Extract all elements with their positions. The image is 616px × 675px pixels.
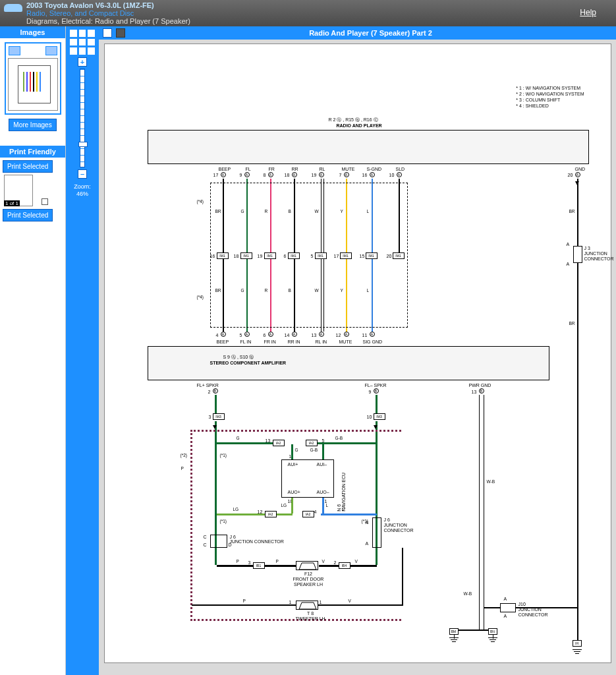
pn: 12 [258,510,263,514]
help-link[interactable]: Help [580,8,596,17]
wc: G [241,288,244,293]
wire [484,607,500,608]
note: (*1) [220,453,227,457]
shield-box [210,183,408,328]
sig: RL IN [316,339,327,344]
nav-pin: AUI+ [288,462,298,467]
pn: 5 [311,254,314,258]
diagram-viewer[interactable]: * 1 : W/ NAVIGATION SYSTEM* 2 : W/O NAVI… [99,40,616,675]
amp-out-pg: PWR GND [469,383,491,388]
lt: A [366,541,369,546]
pn: 19 [258,254,263,258]
wire [402,548,403,606]
lt: D [229,543,232,547]
wc: BR [215,288,221,293]
radio-ref: R 2 Ⓐ , R15 Ⓑ , R16 Ⓒ [329,117,378,123]
pin-circle: A [292,172,297,177]
amp-label: STEREO COMPONENT AMPLIFIER [210,361,287,365]
wire [479,395,480,606]
zoom-out-button[interactable]: – [78,169,87,179]
zoom-pan-pad[interactable] [69,29,96,55]
tool-save-icon[interactable] [116,28,125,38]
pn: 13 [312,333,317,338]
pin-circle: A [292,332,297,337]
pin-circle: A [319,332,324,337]
pin-circle: A [268,172,273,177]
wc: G-B [310,448,318,452]
zoom-handle[interactable] [78,142,88,147]
print-selected-top-button[interactable]: Print Selected [3,160,53,173]
im3: IM3 [374,413,385,420]
speaker-tweeter [296,601,318,610]
sig-rr: RR [292,167,298,171]
im1: IM1 [217,252,229,259]
im1: IM1 [366,252,378,259]
sig-sgnd: S-GND [367,167,382,171]
thumbnail-image[interactable] [8,58,58,111]
wire [318,604,403,606]
radio-block [148,130,589,164]
main-panel: Radio And Player (7 Speaker) Part 2 * 1 … [99,26,616,675]
pn: 3 [248,560,251,565]
pn: 6 [284,254,287,258]
j10-label: J10 JUNCTION CONNECTOR [518,602,548,618]
im1: IM1 [240,252,252,259]
pin-circle: B [479,388,484,394]
print-selected-bottom-button[interactable]: Print Selected [3,209,53,221]
ia2: IA2 [306,440,318,446]
amp-ref: S 9 Ⓐ , S10 Ⓑ [223,354,254,361]
zoom-in-button[interactable]: + [78,57,87,67]
wire [317,442,376,444]
svg-marker-1 [299,602,316,609]
header-vehicle: 2003 Toyota Avalon V6-3.0L (1MZ-FE) [26,1,190,9]
pn: 11 [362,333,368,338]
amp-out-r: FL– SPKR [365,383,387,388]
sig-beep: BEEP [219,167,231,171]
sig-gnd: GND [575,167,586,171]
pn: 13 [472,390,477,394]
pin-circle: B [213,388,218,394]
fds-label: F12 FRONT DOOR SPEAKER LH [293,572,324,587]
amp-block [148,346,549,380]
j6-left [210,535,227,548]
pn: 12 [336,333,341,338]
pin: 8 [264,173,266,177]
tool-print-icon[interactable] [103,28,112,38]
header-path: Diagrams, Electrical: Radio and Player (… [26,17,190,25]
im1: IM1 [393,252,405,259]
nav-label: N 6 NAVIGATION ECU [337,473,346,512]
sig: FL IN [240,339,252,344]
ground-bm: BM [449,628,459,635]
images-title: Images [0,26,65,38]
sig: RR IN [288,339,300,344]
thumb-next-button[interactable] [45,46,57,55]
more-images-button[interactable]: More Images [9,119,56,131]
wire [217,442,273,444]
print-thumb[interactable] [4,175,33,206]
nav-pin: AUO– [317,490,329,494]
pn: 4 [314,510,317,514]
wire [322,498,324,514]
zoom-slider[interactable] [80,69,85,167]
j6-label: J 6 JUNCTION CONNECTOR [384,517,414,533]
wc: L [342,507,345,512]
j6-right [372,517,381,548]
im1: IM1 [340,252,352,259]
pn: 5 [240,333,242,338]
wire [376,395,378,415]
route-star2 [190,430,401,621]
pn: 4 [216,333,219,338]
note: (*1) [220,519,227,523]
pin-circle: A [344,172,349,177]
lt: A [504,614,507,618]
wire [322,444,324,459]
wc: G-B [335,436,343,440]
im1: IM1 [315,252,327,259]
wc: V [322,559,325,564]
sig-mute: MUTE [342,167,355,171]
pn: 13 [266,438,271,443]
lt: C [204,543,207,547]
print-thumb-checkbox[interactable] [42,198,48,205]
lt: C [204,535,207,539]
thumb-prev-button[interactable] [9,46,20,55]
